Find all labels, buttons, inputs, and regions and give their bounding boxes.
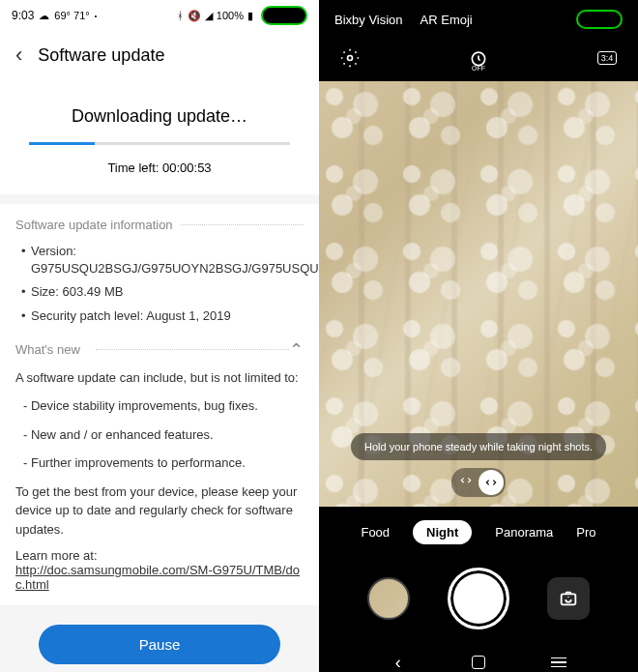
battery-icon: ▮: [247, 10, 253, 22]
version-info: Version: G975USQU2BSGJ/G975UOYN2BSGJ/G97…: [21, 240, 304, 280]
bluetooth-icon: ᚼ: [177, 10, 184, 21]
zoom-toggles: [451, 468, 506, 497]
camera-hint: Hold your phone steady while taking nigh…: [351, 433, 606, 460]
notification-dot: •: [95, 13, 97, 19]
pill-indicator: [576, 10, 623, 29]
shutter-row: [319, 558, 638, 639]
mute-icon: 🔇: [188, 10, 201, 22]
home-nav-button[interactable]: [469, 653, 488, 672]
timer-button[interactable]: OFF: [467, 46, 490, 70]
page-title: Software update: [38, 45, 164, 66]
patch-info: Security patch level: August 1, 2019: [21, 305, 304, 328]
download-section: Downloading update… Time left: 00:00:53: [0, 79, 319, 194]
temperature: 69° 71°: [54, 10, 89, 21]
mode-pro[interactable]: Pro: [576, 525, 595, 540]
chevron-up-icon: ⌃: [289, 339, 304, 361]
whats-new-title: What's new: [15, 342, 80, 357]
camera-controls: OFF 3:4: [319, 39, 638, 81]
whats-new-intro: A software update can include, but is no…: [15, 368, 304, 388]
whats-new-toggle[interactable]: What's new ⌃: [15, 339, 304, 361]
whats-new-footer: To get the best from your device, please…: [15, 482, 304, 540]
software-update-screen: 9:03 ☁ 69° 71° • ᚼ 🔇 ◢ 100% ▮ ‹ Software…: [0, 0, 319, 672]
size-info: Size: 603.49 MB: [21, 280, 304, 304]
mode-food[interactable]: Food: [361, 525, 390, 540]
camera-screen: Bixby Vision AR Emoji OFF 3:4 Hold your …: [319, 0, 638, 672]
learn-more-link[interactable]: http://doc.samsungmobile.com/SM-G975U/TM…: [15, 563, 300, 592]
ratio-button[interactable]: 3:4: [595, 46, 619, 70]
nav-bar: ‹: [319, 639, 638, 672]
signal-icon: ◢: [205, 10, 213, 22]
header: ‹ Software update: [0, 31, 319, 79]
back-nav-button[interactable]: ‹: [389, 653, 408, 672]
info-title: Software update information: [15, 218, 173, 232]
mode-selector[interactable]: Food Night Panorama Pro: [319, 507, 638, 558]
pill-indicator: [261, 6, 307, 25]
time-remaining: Time left: 00:00:53: [19, 161, 300, 175]
status-bar: 9:03 ☁ 69° 71° • ᚼ 🔇 ◢ 100% ▮: [0, 0, 319, 31]
zoom-normal-button[interactable]: [478, 470, 504, 495]
whats-new-item: - Device stability improvements, bug fix…: [15, 396, 304, 416]
whats-new-item: - Further improvements to performance.: [15, 453, 304, 473]
svg-point-0: [348, 56, 353, 61]
mode-night[interactable]: Night: [413, 520, 472, 544]
gallery-thumbnail[interactable]: [367, 577, 410, 620]
shutter-button[interactable]: [448, 568, 509, 629]
recents-nav-button[interactable]: [549, 653, 568, 672]
mode-panorama[interactable]: Panorama: [495, 525, 553, 540]
svg-rect-2: [562, 594, 576, 604]
bixby-vision-button[interactable]: Bixby Vision: [334, 13, 403, 27]
clock: 9:03: [12, 9, 34, 22]
progress-bar: [29, 142, 290, 145]
zoom-wide-button[interactable]: [453, 470, 478, 495]
pause-button[interactable]: Pause: [39, 625, 280, 664]
progress-fill: [29, 142, 95, 145]
settings-button[interactable]: [338, 46, 362, 70]
download-status: Downloading update…: [19, 106, 300, 127]
whats-new-item: - New and / or enhanced features.: [15, 425, 304, 445]
back-button[interactable]: ‹: [15, 43, 22, 68]
update-info: Software update information Version: G97…: [0, 204, 319, 605]
camera-top-bar: Bixby Vision AR Emoji: [319, 0, 638, 39]
battery-text: 100%: [217, 10, 244, 21]
ar-emoji-button[interactable]: AR Emoji: [420, 13, 473, 27]
viewfinder[interactable]: Hold your phone steady while taking nigh…: [319, 81, 638, 507]
learn-more-label: Learn more at:: [15, 548, 304, 563]
switch-camera-button[interactable]: [547, 577, 590, 620]
